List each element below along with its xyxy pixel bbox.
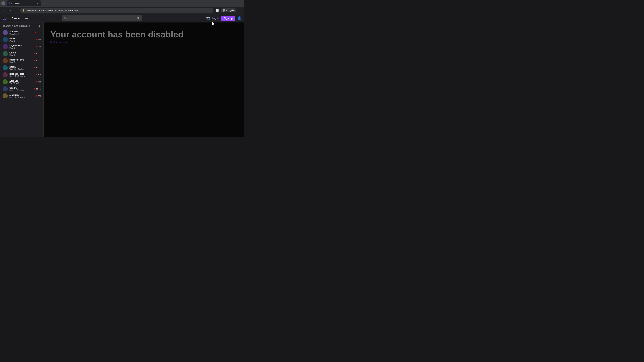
channel-game: Dota 2 xyxy=(10,54,32,56)
channel-item[interactable]: kuyanicwxc Dota 2 166 xyxy=(0,43,44,50)
channel-item[interactable]: Caedrel League of Legends 11.7K xyxy=(0,85,44,92)
header-right: 📷 Log In Sign Up 👤 xyxy=(206,16,242,21)
channel-name: lolobadscircle xyxy=(10,72,34,75)
tab-nav-buttons: ⌄ xyxy=(1,1,5,5)
channel-avatar xyxy=(3,93,8,98)
twitch-main: RECOMMENDED CHANNELS ⇤ Subroza VALORANT … xyxy=(0,22,244,137)
url-text: twitch.tv/user/disable-account?account_d… xyxy=(26,9,208,12)
channel-viewers: 10.5K xyxy=(34,60,41,62)
channel-avatar xyxy=(3,30,8,35)
viewer-count: 166 xyxy=(38,45,41,48)
channel-item[interactable]: k3soju Teamfight Tactics 16.3K xyxy=(0,64,44,71)
viewer-count: 214 xyxy=(38,74,41,76)
channel-item[interactable]: betboom_eng Dota 2 10.5K xyxy=(0,57,44,64)
twitch-logo xyxy=(3,16,8,21)
viewer-count: 4.2K xyxy=(37,31,41,33)
live-indicator xyxy=(34,88,35,89)
channel-name: a2guapo xyxy=(10,80,34,82)
live-indicator xyxy=(36,74,37,75)
channel-game: League of Legends xyxy=(10,89,32,91)
channel-item[interactable]: lolobadscircle Grand Theft Auto V 214 xyxy=(0,71,44,78)
channel-avatar xyxy=(3,86,8,91)
browser-toolbar: ← → ↻ 🔒 twitch.tv/user/disable-account?a… xyxy=(0,7,244,14)
channel-game: Dota 2 xyxy=(10,47,34,49)
channel-info: Subroza VALORANT xyxy=(10,30,33,35)
user-icon[interactable]: 👤 xyxy=(237,16,242,20)
search-icon: 🔍 xyxy=(137,16,140,20)
channel-list: Subroza VALORANT 4.2K yowe Dota 2 866 ku… xyxy=(0,29,44,99)
menu-button[interactable]: ⋮ xyxy=(238,8,242,13)
channel-viewers: 12.2K xyxy=(34,53,41,55)
channel-info: lolobadscircle Grand Theft Auto V xyxy=(10,72,34,77)
viewer-count: 16.3K xyxy=(36,67,41,69)
channel-name: k3soju xyxy=(10,65,32,68)
login-button[interactable]: Log In xyxy=(212,17,219,19)
viewer-count: 12.2K xyxy=(36,53,41,55)
search-container: 🔍 xyxy=(62,15,142,21)
cast-button[interactable]: ⬜ xyxy=(215,8,220,13)
channel-viewers: 866 xyxy=(36,38,41,40)
live-indicator xyxy=(36,46,37,47)
live-indicator xyxy=(34,67,35,68)
channel-avatar xyxy=(3,79,8,84)
live-indicator xyxy=(36,39,37,40)
notifications-icon[interactable]: 📷 xyxy=(206,16,210,20)
channel-viewers: 166 xyxy=(36,45,41,48)
channel-item[interactable]: Subroza VALORANT 4.2K xyxy=(0,29,44,36)
channel-avatar xyxy=(3,37,8,42)
channel-info: a2guapo VALORANT xyxy=(10,80,34,84)
live-indicator xyxy=(36,95,37,96)
channel-name: Caedrel xyxy=(10,87,32,89)
channel-name: yowe xyxy=(10,37,34,40)
channel-game: Grand Theft Auto V xyxy=(10,96,34,98)
lock-icon: 🔒 xyxy=(22,9,25,11)
channel-item[interactable]: arnskieee Grand Theft Auto V 998 xyxy=(0,92,44,99)
twitch-header: Browse ⋯ 🔍 📷 Log In Sign Up 👤 xyxy=(0,14,244,22)
channel-game: Teamfight Tactics xyxy=(10,68,32,70)
more-options-button[interactable]: ⋯ xyxy=(24,16,29,21)
channel-item[interactable]: Gorge Dota 2 12.2K xyxy=(0,50,44,57)
twitch-app: Browse ⋯ 🔍 📷 Log In Sign Up 👤 RECOMMENDE… xyxy=(0,14,244,137)
viewer-count: 448 xyxy=(38,81,41,83)
signup-button[interactable]: Sign Up xyxy=(221,16,235,21)
channel-avatar xyxy=(3,65,8,70)
channel-item[interactable]: a2guapo VALORANT 448 xyxy=(0,78,44,85)
channel-name: arnskieee xyxy=(10,94,34,96)
channel-info: kuyanicwxc Dota 2 xyxy=(10,44,34,49)
address-bar[interactable]: 🔒 twitch.tv/user/disable-account?account… xyxy=(20,8,214,13)
tab-nav-dropdown[interactable]: ⌄ xyxy=(1,1,5,5)
twitch-sidebar: RECOMMENDED CHANNELS ⇤ Subroza VALORANT … xyxy=(0,22,44,137)
channel-avatar xyxy=(3,44,8,49)
channel-avatar xyxy=(3,72,8,77)
channel-viewers: 11.7K xyxy=(34,88,41,90)
reload-button[interactable]: ↻ xyxy=(14,8,19,13)
channel-name: Subroza xyxy=(10,30,33,33)
channel-game: VALORANT xyxy=(10,82,34,84)
incognito-icon xyxy=(222,9,225,12)
twitch-tab[interactable]: Twitch ✕ xyxy=(8,0,41,6)
new-tab-button[interactable]: + xyxy=(42,1,46,6)
twitch-content: Your account has been disabled Back to t… xyxy=(44,22,244,137)
channel-avatar xyxy=(3,51,8,56)
channel-name: betboom_eng xyxy=(10,58,32,61)
sidebar-section-title: RECOMMENDED CHANNELS ⇤ xyxy=(0,22,44,29)
back-button[interactable]: ← xyxy=(2,8,7,13)
incognito-button[interactable]: Incognito xyxy=(221,8,236,12)
bookmark-star-icon[interactable]: ☆ xyxy=(209,9,212,12)
tab-title: Twitch xyxy=(14,2,34,5)
channel-game: Dota 2 xyxy=(10,40,34,42)
channel-info: betboom_eng Dota 2 xyxy=(10,58,32,63)
viewer-count: 10.5K xyxy=(36,60,41,62)
forward-button[interactable]: → xyxy=(8,8,13,13)
channel-item[interactable]: yowe Dota 2 866 xyxy=(0,36,44,43)
viewer-count: 998 xyxy=(38,95,41,97)
tab-bar: ⌄ Twitch ✕ + xyxy=(0,0,244,7)
sidebar-collapse-button[interactable]: ⇤ xyxy=(38,24,41,28)
browse-button[interactable]: Browse xyxy=(10,16,22,20)
channel-viewers: 998 xyxy=(36,95,41,97)
tab-close-button[interactable]: ✕ xyxy=(36,2,39,5)
live-indicator xyxy=(34,60,35,61)
search-input[interactable] xyxy=(62,15,142,21)
channel-game: VALORANT xyxy=(10,33,33,35)
browser-chrome: ⌄ Twitch ✕ + ← → ↻ 🔒 twitch.tv/user/disa… xyxy=(0,0,244,14)
